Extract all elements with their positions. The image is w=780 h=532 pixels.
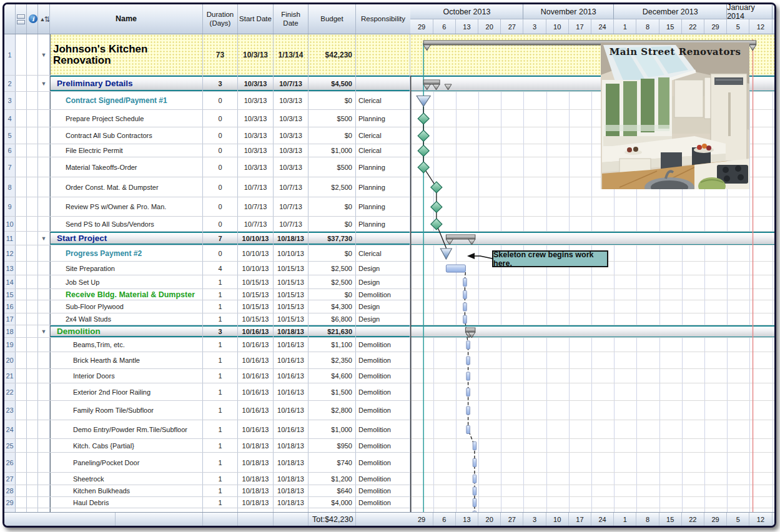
marker-cell[interactable] [16, 453, 27, 472]
marker-cell[interactable] [27, 127, 38, 144]
task-name-cell[interactable]: Receive Bldg. Material & Dumpster [50, 289, 203, 300]
gantt-day-bar[interactable] [467, 341, 470, 349]
row-number[interactable]: 7 [4, 157, 16, 177]
budget-cell[interactable]: $2,800 [309, 401, 356, 420]
budget-cell[interactable]: $21,630 [309, 325, 356, 337]
start-date-cell[interactable]: 10/3/13 [238, 34, 274, 75]
duration-cell[interactable]: 1 [203, 497, 238, 508]
duration-cell[interactable]: 1 [203, 420, 238, 438]
gantt-task-bar[interactable] [446, 265, 465, 272]
row-number[interactable]: 27 [4, 473, 16, 485]
expand-toggle[interactable] [38, 453, 50, 472]
collapse-triangle-icon[interactable]: ▼ [41, 52, 47, 58]
responsibility-cell[interactable]: Demolition [356, 485, 410, 496]
row-number[interactable]: 1 [4, 34, 16, 75]
responsibility-cell[interactable]: Demolition [356, 289, 410, 300]
finish-date-cell[interactable]: 10/3/13 [274, 110, 309, 127]
expand-toggle[interactable] [38, 177, 50, 197]
row-number[interactable]: 9 [4, 197, 16, 216]
task-name-cell[interactable]: Demo Entry/Powder Rm.Tile/Subfloor [50, 420, 203, 438]
budget-cell[interactable]: $37,730 [309, 232, 356, 245]
task-name-cell[interactable]: Material Takeoffs-Order [50, 157, 203, 177]
expand-toggle[interactable] [38, 401, 50, 420]
finish-date-cell[interactable]: 10/7/13 [274, 217, 309, 231]
row-number[interactable]: 4 [4, 110, 16, 127]
row-number[interactable]: 14 [4, 275, 16, 288]
start-date-cell[interactable]: 10/18/13 [238, 497, 274, 508]
responsibility-cell[interactable] [356, 232, 410, 245]
duration-cell[interactable]: 0 [203, 92, 238, 109]
start-date-cell[interactable]: 10/18/13 [238, 439, 274, 452]
gantt-summary-bar[interactable] [465, 328, 475, 332]
marker-cell[interactable] [27, 439, 38, 452]
row-number[interactable]: 6 [4, 144, 16, 157]
responsibility-cell[interactable] [356, 325, 410, 337]
responsibility-cell[interactable]: Demolition [356, 439, 410, 452]
responsibility-cell[interactable]: Design [356, 275, 410, 288]
row-number[interactable]: 22 [4, 383, 16, 400]
budget-cell[interactable]: $42,230 [309, 34, 356, 75]
row-number[interactable]: 20 [4, 352, 16, 368]
budget-cell[interactable]: $1,200 [309, 473, 356, 485]
expand-toggle[interactable] [38, 485, 50, 496]
responsibility-cell[interactable]: Planning [356, 110, 410, 127]
marker-cell[interactable] [16, 110, 27, 127]
task-name-cell[interactable]: Haul Debris [50, 497, 203, 508]
column-header-start[interactable]: Start Date [238, 4, 274, 34]
duration-cell[interactable]: 0 [203, 157, 238, 177]
duration-cell[interactable]: 0 [203, 144, 238, 157]
finish-date-cell[interactable]: 10/16/13 [274, 420, 309, 438]
budget-cell[interactable]: $950 [309, 439, 356, 452]
responsibility-cell[interactable]: Demolition [356, 383, 410, 400]
start-date-cell[interactable]: 10/7/13 [238, 197, 274, 216]
marker-cell[interactable] [16, 369, 27, 383]
collapse-triangle-icon[interactable]: ▼ [41, 81, 47, 87]
gantt-day-bar[interactable] [473, 487, 476, 495]
duration-cell[interactable]: 1 [203, 352, 238, 368]
task-name-cell[interactable]: Kitch. Cabs {Partial} [50, 439, 203, 452]
responsibility-cell[interactable]: Design [356, 313, 410, 325]
expand-toggle[interactable] [38, 313, 50, 325]
marker-cell[interactable] [16, 245, 27, 261]
task-name-cell[interactable]: Job Set Up [50, 275, 203, 288]
marker-cell[interactable] [16, 92, 27, 109]
finish-date-cell[interactable]: 1/13/14 [274, 34, 309, 75]
gantt-diamond-icon[interactable] [431, 219, 442, 230]
start-date-cell[interactable]: 10/15/13 [238, 275, 274, 288]
row-number[interactable]: 12 [4, 245, 16, 261]
marker-cell[interactable] [27, 485, 38, 496]
gantt-day-bar[interactable] [467, 372, 470, 380]
start-date-cell[interactable]: 10/10/13 [238, 245, 274, 261]
gantt-day-bar[interactable] [463, 278, 467, 287]
finish-date-cell[interactable]: 10/15/13 [274, 289, 309, 300]
expand-toggle[interactable] [38, 275, 50, 288]
marker-cell[interactable] [16, 473, 27, 485]
marker-cell[interactable] [16, 34, 27, 75]
marker-cell[interactable] [16, 439, 27, 452]
budget-cell[interactable]: $1,500 [309, 383, 356, 400]
marker-cell[interactable] [16, 197, 27, 216]
marker-cell[interactable] [16, 383, 27, 400]
duration-cell[interactable]: 1 [203, 485, 238, 496]
column-header-name[interactable]: Name [50, 4, 203, 34]
task-name-cell[interactable]: Site Preparation [50, 262, 203, 275]
finish-date-cell[interactable]: 10/18/13 [274, 485, 309, 496]
marker-cell[interactable] [27, 473, 38, 485]
marker-cell[interactable] [16, 232, 27, 245]
marker-cell[interactable] [27, 232, 38, 245]
kitchen-photo[interactable]: Main Street Renovators [601, 42, 749, 189]
duration-cell[interactable]: 1 [203, 473, 238, 485]
start-date-cell[interactable]: 10/10/13 [238, 232, 274, 245]
expand-toggle[interactable] [38, 157, 50, 177]
expand-toggle[interactable]: ▼ [38, 34, 50, 75]
gantt-diamond-icon[interactable] [418, 131, 429, 142]
column-header-duration[interactable]: Duration (Days) [203, 4, 238, 34]
expand-toggle[interactable] [38, 110, 50, 127]
start-date-cell[interactable]: 10/3/13 [238, 157, 274, 177]
task-name-cell[interactable]: Progress Payment #2 [50, 245, 203, 261]
start-date-cell[interactable]: 10/3/13 [238, 127, 274, 144]
finish-date-cell[interactable]: 10/18/13 [274, 439, 309, 452]
responsibility-cell[interactable] [356, 76, 410, 91]
row-number[interactable]: 10 [4, 217, 16, 231]
expand-toggle[interactable]: ▼ [38, 232, 50, 245]
